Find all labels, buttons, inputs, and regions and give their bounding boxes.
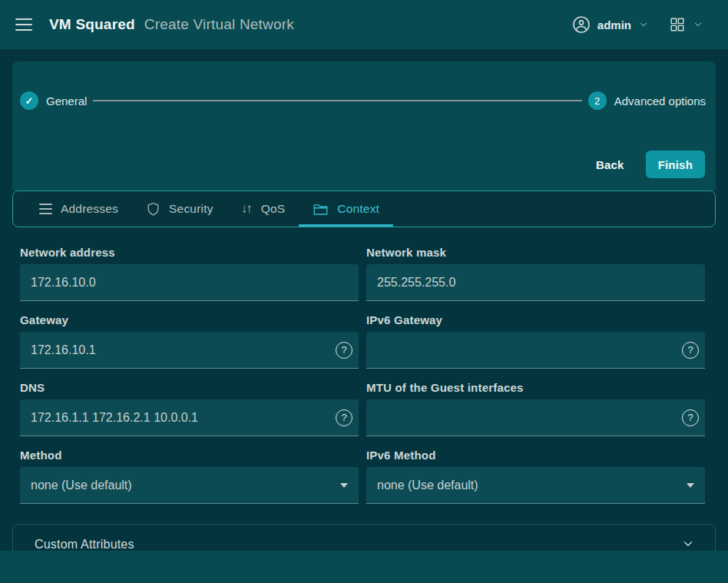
ipv6-gateway-input[interactable] (366, 332, 705, 369)
field-label: Network address (20, 246, 359, 259)
field-label: IPv6 Method (366, 449, 705, 462)
gateway-input[interactable] (20, 332, 359, 369)
help-icon[interactable]: ? (682, 342, 699, 359)
tab-label: QoS (261, 202, 286, 216)
caret-down-icon (340, 483, 348, 488)
tab-addresses[interactable]: Addresses (25, 191, 132, 227)
arrows-up-down-icon: ↓↑ (241, 201, 253, 217)
method-select[interactable]: none (Use default) (20, 467, 359, 504)
field-ipv6-method: IPv6 Method none (Use default) (366, 449, 705, 504)
tab-bar: Addresses Security ↓↑ QoS Context (12, 190, 716, 227)
user-name: admin (597, 18, 631, 31)
selected-value: none (Use default) (377, 479, 478, 492)
shield-icon (146, 201, 160, 217)
field-method: Method none (Use default) (20, 449, 359, 504)
step-label: Advanced options (614, 94, 706, 108)
breadcrumb: VM Squared Create Virtual Network (49, 16, 294, 33)
help-icon[interactable]: ? (336, 409, 352, 426)
accordion-title: Custom Attributes (35, 535, 173, 552)
folder-icon (313, 202, 329, 217)
tab-label: Context (337, 202, 379, 216)
wizard-actions: Back Finish (20, 151, 706, 178)
field-mtu: MTU of the Guest interfaces ? (366, 381, 705, 436)
user-menu[interactable]: admin (572, 15, 649, 34)
step-general[interactable]: ✓ General (20, 91, 87, 110)
back-button[interactable]: Back (584, 152, 637, 177)
apps-menu[interactable] (669, 16, 703, 33)
field-label: DNS (20, 381, 359, 394)
list-icon (39, 204, 52, 214)
page-title: Create Virtual Network (144, 16, 294, 33)
grid-apps-icon (669, 16, 686, 33)
tab-qos[interactable]: ↓↑ QoS (227, 191, 299, 227)
step-label: General (46, 94, 87, 108)
step-number-badge: 2 (588, 91, 607, 110)
network-mask-input[interactable] (366, 264, 705, 301)
mtu-input[interactable] (366, 399, 705, 436)
field-gateway: Gateway ? (20, 313, 359, 369)
field-label: IPv6 Gateway (366, 313, 705, 326)
field-label: Network mask (366, 246, 705, 259)
top-bar: VM Squared Create Virtual Network admin (0, 0, 728, 49)
step-completed-check-icon: ✓ (20, 91, 38, 110)
help-icon[interactable]: ? (336, 342, 352, 359)
selected-value: none (Use default) (31, 479, 132, 492)
step-advanced-options[interactable]: 2 Advanced options (588, 91, 706, 110)
field-label: MTU of the Guest interfaces (366, 381, 705, 394)
context-form: Network address Network mask Gateway ? I… (0, 227, 728, 516)
finish-button[interactable]: Finish (646, 151, 705, 178)
field-dns: DNS ? (20, 381, 359, 436)
tab-context[interactable]: Context (299, 191, 393, 227)
user-avatar-icon (572, 15, 591, 34)
hamburger-menu-icon[interactable] (15, 18, 32, 31)
wizard-stepper: ✓ General 2 Advanced options (20, 91, 706, 110)
custom-attributes-accordion[interactable]: Custom Attributes (12, 524, 716, 551)
help-icon[interactable]: ? (682, 409, 699, 426)
stepper-connector (93, 100, 581, 101)
wizard-card: ✓ General 2 Advanced options Back Finish (12, 61, 716, 190)
tab-label: Addresses (61, 202, 118, 216)
network-address-input[interactable] (20, 264, 359, 301)
content-section: ✓ General 2 Advanced options Back Finish… (0, 49, 728, 551)
chevron-down-icon (693, 19, 703, 30)
field-ipv6-gateway: IPv6 Gateway ? (366, 313, 705, 369)
chevron-down-icon (681, 537, 695, 551)
tab-security[interactable]: Security (132, 191, 227, 227)
app-title: VM Squared (49, 16, 135, 33)
chevron-down-icon (638, 19, 649, 30)
ipv6-method-select[interactable]: none (Use default) (366, 467, 705, 504)
tab-label: Security (169, 202, 213, 216)
dns-input[interactable] (20, 399, 359, 436)
caret-down-icon (687, 483, 694, 488)
field-label: Gateway (20, 313, 359, 326)
field-network-mask: Network mask (366, 246, 705, 301)
field-network-address: Network address (20, 246, 359, 301)
field-label: Method (20, 449, 359, 462)
